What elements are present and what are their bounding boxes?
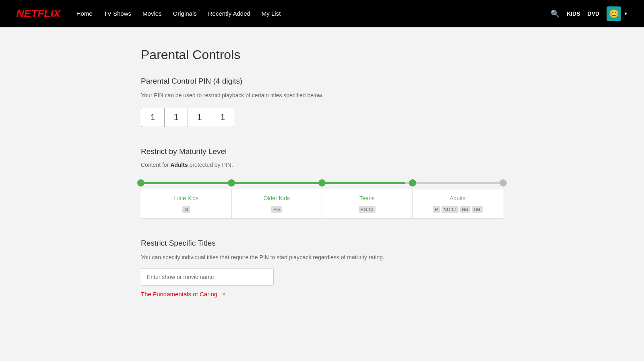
pin-section-description: Your PIN can be used to restrict playbac…	[141, 91, 503, 100]
rating-badge-pg13: PG-13	[359, 206, 376, 213]
navbar: NETFLIX Home TV Shows Movies Originals R…	[0, 0, 644, 27]
maturity-badges-adults: R NC-17 NR UR	[417, 206, 499, 213]
slider-thumb-4[interactable]	[500, 179, 507, 187]
nav-item-recently-added[interactable]: Recently Added	[208, 10, 250, 17]
restricted-title-item-0: The Fundamentals of Caring ×	[141, 291, 503, 297]
slider-thumb-0[interactable]	[137, 179, 144, 187]
rating-badge-g: G	[182, 206, 190, 213]
maturity-level-older-kids[interactable]: Older Kids PG	[232, 189, 322, 218]
kids-button[interactable]: KIDS	[567, 10, 580, 17]
rating-badge-nc17: NC-17	[442, 206, 458, 213]
pin-digit-3[interactable]	[188, 108, 211, 127]
rating-badge-r: R	[433, 206, 440, 213]
profile-menu[interactable]: 😊 ▼	[607, 6, 628, 21]
maturity-badges-little-kids: G	[145, 206, 227, 213]
main-content: Parental Controls Parental Control PIN (…	[141, 27, 503, 350]
slider-thumb-1[interactable]	[228, 179, 235, 187]
slider-track	[141, 182, 503, 184]
maturity-level-name-adults: Adults	[417, 195, 499, 201]
pin-digit-2[interactable]	[164, 108, 188, 127]
title-search-input[interactable]	[141, 268, 274, 286]
nav-item-tvshows[interactable]: TV Shows	[104, 10, 131, 17]
rating-badge-nr: NR	[460, 206, 471, 213]
pin-section: Parental Control PIN (4 digits) Your PIN…	[141, 77, 503, 127]
page-title: Parental Controls	[141, 47, 503, 62]
nav-item-home[interactable]: Home	[76, 10, 93, 17]
nav-item-originals[interactable]: Originals	[173, 10, 197, 17]
nav-item-my-list[interactable]: My List	[262, 10, 281, 17]
maturity-description: Content for Adults protected by PIN.	[141, 162, 503, 168]
maturity-badges-older-kids: PG	[236, 206, 318, 213]
rating-badge-pg: PG	[271, 206, 282, 213]
maturity-level-name-teens: Teens	[326, 195, 408, 201]
navbar-right: 🔍 KIDS DVD 😊 ▼	[551, 6, 628, 21]
nav-item-movies[interactable]: Movies	[142, 10, 162, 17]
dvd-button[interactable]: DVD	[588, 10, 600, 17]
netflix-logo[interactable]: NETFLIX	[16, 7, 60, 20]
maturity-level-name-older-kids: Older Kids	[236, 195, 318, 201]
maturity-level-name-little-kids: Little Kids	[145, 195, 227, 201]
maturity-section: Restrict by Maturity Level Content for A…	[141, 147, 503, 219]
maturity-level-little-kids[interactable]: Little Kids G	[141, 189, 232, 218]
specific-titles-description: You can specify individual titles that r…	[141, 253, 503, 262]
remove-title-button[interactable]: ×	[222, 291, 226, 297]
slider-fill	[141, 182, 405, 184]
search-button[interactable]: 🔍	[551, 9, 559, 18]
specific-titles-title: Restrict Specific Titles	[141, 239, 503, 248]
maturity-slider-container	[141, 178, 503, 184]
specific-titles-section: Restrict Specific Titles You can specify…	[141, 239, 503, 297]
maturity-level-adults[interactable]: Adults R NC-17 NR UR	[413, 189, 503, 218]
pin-input-container	[141, 108, 503, 127]
maturity-badges-teens: PG-13	[326, 206, 408, 213]
maturity-level-teens[interactable]: Teens PG-13	[322, 189, 413, 218]
search-icon: 🔍	[551, 10, 559, 18]
maturity-section-title: Restrict by Maturity Level	[141, 147, 503, 156]
restricted-title-name: The Fundamentals of Caring	[141, 291, 217, 297]
rating-badge-ur: UR	[472, 206, 483, 213]
avatar: 😊	[607, 6, 621, 21]
chevron-down-icon: ▼	[623, 11, 628, 16]
pin-digit-1[interactable]	[141, 108, 164, 127]
pin-digit-4[interactable]	[211, 108, 234, 127]
maturity-levels-grid: Little Kids G Older Kids PG Teens PG-13	[141, 189, 503, 219]
slider-thumb-2[interactable]	[318, 179, 326, 187]
nav-links: Home TV Shows Movies Originals Recently …	[76, 10, 281, 17]
slider-thumb-3[interactable]	[409, 179, 416, 187]
pin-section-title: Parental Control PIN (4 digits)	[141, 77, 503, 86]
